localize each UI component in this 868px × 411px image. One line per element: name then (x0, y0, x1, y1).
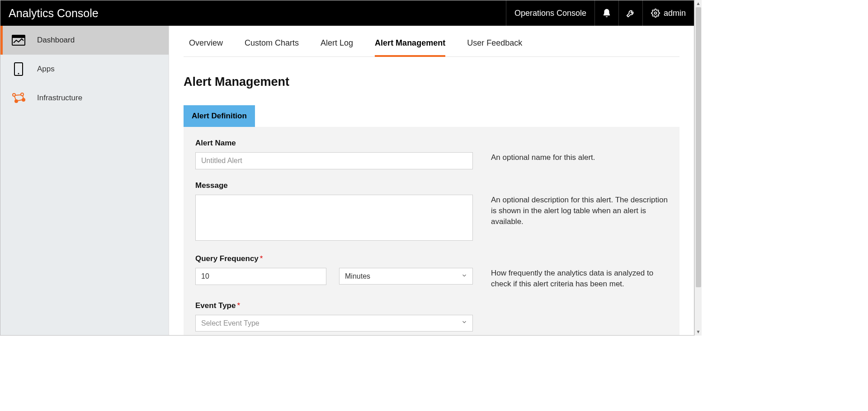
brand-title: Analytics Console (9, 7, 99, 20)
main-tabs: Overview Custom Charts Alert Log Alert M… (184, 32, 679, 57)
sidebar-item-apps[interactable]: Apps (0, 55, 169, 84)
gear-icon (651, 9, 660, 18)
sidebar-item-infrastructure[interactable]: Infrastructure (0, 84, 169, 112)
tab-alert-management[interactable]: Alert Management (375, 32, 445, 57)
query-frequency-unit-select[interactable]: Minutes (339, 268, 473, 285)
svg-point-4 (18, 73, 19, 75)
sidebar: Dashboard Apps Infrastructure (0, 26, 169, 335)
svg-line-9 (15, 95, 21, 95)
required-mark: * (237, 301, 240, 310)
tab-user-feedback[interactable]: User Feedback (467, 32, 522, 57)
vertical-scrollbar[interactable]: ▲ ▼ (694, 0, 702, 336)
message-textarea[interactable] (195, 195, 473, 241)
query-frequency-label: Query Frequency* (195, 254, 473, 263)
svg-line-12 (23, 96, 24, 98)
alert-name-help: An optional name for this alert. (491, 139, 668, 169)
infrastructure-icon (11, 90, 26, 106)
subtab-alert-definition[interactable]: Alert Definition (184, 105, 255, 127)
alert-definition-panel: Alert Name An optional name for this ale… (184, 127, 679, 335)
alert-name-input[interactable] (195, 152, 473, 169)
event-type-label: Event Type* (195, 301, 473, 310)
admin-menu[interactable]: admin (642, 0, 694, 26)
scroll-down-arrow-icon[interactable]: ▼ (695, 328, 702, 336)
topbar: Analytics Console Operations Console adm… (0, 0, 694, 26)
svg-point-7 (15, 100, 18, 103)
alert-name-label: Alert Name (195, 139, 473, 148)
svg-rect-2 (12, 35, 25, 38)
sidebar-item-dashboard[interactable]: Dashboard (0, 26, 169, 55)
scroll-up-arrow-icon[interactable]: ▲ (695, 0, 702, 7)
tab-alert-log[interactable]: Alert Log (321, 32, 353, 57)
event-type-select[interactable]: Select Event Type (195, 315, 473, 332)
svg-line-10 (14, 96, 16, 100)
notifications-button[interactable] (594, 0, 618, 26)
scroll-thumb[interactable] (696, 7, 701, 287)
message-label: Message (195, 181, 473, 190)
query-frequency-value-input[interactable] (195, 268, 326, 285)
main-content: Overview Custom Charts Alert Log Alert M… (169, 26, 694, 335)
tools-button[interactable] (618, 0, 642, 26)
tab-custom-charts[interactable]: Custom Charts (245, 32, 299, 57)
wrench-icon (626, 8, 636, 18)
svg-point-0 (654, 12, 656, 14)
sidebar-item-label: Infrastructure (37, 93, 82, 103)
operations-console-link[interactable]: Operations Console (506, 0, 594, 26)
page-title: Alert Management (184, 75, 679, 89)
message-help: An optional description for this alert. … (491, 181, 668, 243)
bell-icon (602, 8, 612, 18)
dashboard-icon (11, 33, 26, 48)
device-icon (11, 61, 26, 77)
query-frequency-help: How frequently the analytics data is ana… (491, 254, 668, 290)
svg-point-5 (13, 93, 15, 96)
svg-point-8 (22, 98, 25, 101)
sidebar-item-label: Apps (37, 65, 55, 74)
svg-line-11 (18, 100, 22, 101)
sidebar-item-label: Dashboard (37, 36, 75, 45)
tab-overview[interactable]: Overview (189, 32, 223, 57)
svg-point-6 (21, 93, 24, 96)
required-mark: * (260, 254, 263, 263)
admin-label: admin (664, 9, 686, 18)
